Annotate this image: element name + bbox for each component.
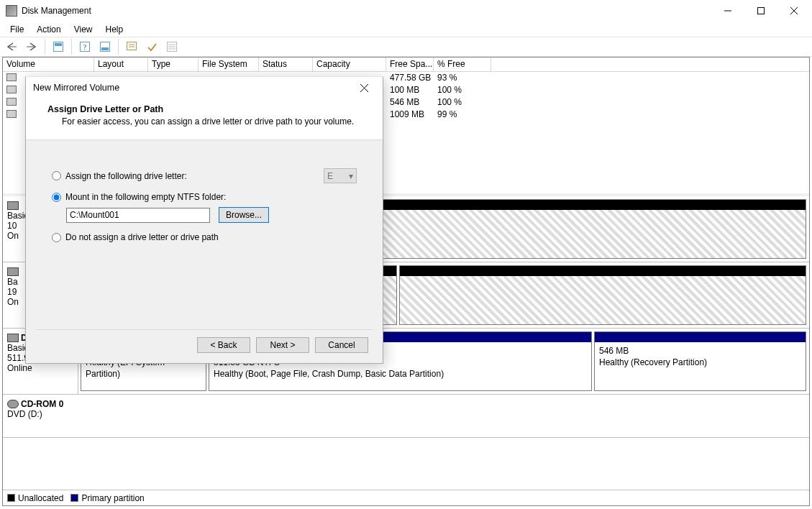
col-freespace[interactable]: Free Spa...: [386, 58, 434, 71]
cell-pctfree: 100 %: [434, 96, 491, 109]
option-assign-letter[interactable]: Assign the following drive letter: E▾: [52, 165, 357, 186]
partition-body: [400, 276, 806, 324]
disk-icon: [7, 201, 19, 210]
col-status[interactable]: Status: [259, 58, 313, 71]
cell-freespace: 100 MB: [386, 84, 434, 96]
partition-status: Healthy (Recovery Partition): [599, 357, 801, 368]
svg-rect-1: [758, 7, 765, 14]
toolbar: ?: [0, 37, 812, 57]
menu-view[interactable]: View: [68, 23, 99, 36]
forward-icon[interactable]: [23, 39, 40, 55]
menu-help[interactable]: Help: [100, 23, 129, 36]
option-mount-folder[interactable]: Mount in the following empty NTFS folder…: [52, 186, 357, 205]
legend: Unallocated Primary partition: [3, 490, 809, 505]
list-icon[interactable]: [163, 39, 181, 55]
partition-header: [400, 266, 806, 276]
volume-icon: [6, 86, 17, 93]
partition-header: [595, 332, 806, 342]
apply-icon[interactable]: [143, 39, 160, 55]
cell-pctfree: 100 %: [434, 84, 491, 96]
dialog-header: Assign Drive Letter or Path For easier a…: [26, 98, 383, 140]
maximize-button[interactable]: [744, 0, 777, 22]
partition-status: Healthy (Boot, Page File, Crash Dump, Ba…: [214, 368, 587, 380]
back-button[interactable]: < Back: [197, 337, 250, 353]
cancel-button[interactable]: Cancel: [315, 337, 368, 353]
disk-icon: [7, 334, 19, 342]
view-bottom-icon[interactable]: [96, 39, 114, 55]
column-headers: Volume Layout Type File System Status Ca…: [3, 58, 809, 72]
disk-icon: [7, 267, 19, 276]
dialog-body: Assign the following drive letter: E▾ Mo…: [26, 140, 383, 270]
svg-text:?: ?: [83, 42, 87, 51]
partition-size: 546 MB: [599, 345, 801, 357]
mount-path-input[interactable]: [66, 208, 210, 223]
option-no-assign[interactable]: Do not assign a drive letter or drive pa…: [52, 225, 357, 245]
label-mount-folder: Mount in the following empty NTFS folder…: [65, 192, 226, 202]
cell-freespace: 1009 MB: [386, 109, 434, 121]
menu-file[interactable]: File: [4, 23, 29, 36]
dialog-buttons: < Back Next > Cancel: [197, 337, 368, 353]
menubar: File Action View Help: [0, 22, 812, 37]
label-no-assign: Do not assign a drive letter or drive pa…: [65, 232, 219, 242]
menu-action[interactable]: Action: [31, 23, 66, 36]
app-icon: [6, 5, 17, 17]
col-pctfree[interactable]: % Free: [434, 58, 491, 71]
svg-rect-5: [55, 43, 62, 46]
cdrom-icon: [7, 400, 19, 408]
drive-letter-select[interactable]: E▾: [324, 168, 357, 183]
partition-body: 546 MB Healthy (Recovery Partition): [595, 342, 806, 390]
dialog-subtitle: For easier access, you can assign a driv…: [47, 116, 361, 127]
label-assign-letter: Assign the following drive letter:: [65, 171, 187, 181]
window-title: Disk Management: [22, 6, 711, 16]
disk-info[interactable]: CD-ROM 0 DVD (D:): [3, 395, 809, 437]
help-icon[interactable]: ?: [76, 39, 93, 55]
legend-unallocated: Unallocated: [7, 493, 63, 503]
new-mirrored-volume-dialog: New Mirrored Volume Assign Drive Letter …: [25, 76, 383, 364]
cell-pctfree: 99 %: [434, 109, 491, 121]
radio-no-assign[interactable]: [52, 233, 61, 242]
dialog-close-button[interactable]: [352, 77, 375, 98]
volume-icon: [6, 73, 17, 81]
mount-path-row: Browse...: [52, 205, 357, 225]
cell-freespace: 546 MB: [386, 96, 434, 109]
cell-freespace: 477.58 GB: [386, 72, 434, 84]
volume-icon: [6, 98, 17, 106]
view-top-icon[interactable]: [50, 39, 67, 55]
dialog-separator: [36, 329, 373, 330]
browse-button[interactable]: Browse...: [219, 207, 269, 223]
col-volume[interactable]: Volume: [3, 58, 94, 71]
cell-pctfree: 93 %: [434, 72, 491, 84]
col-capacity[interactable]: Capacity: [313, 58, 386, 71]
disk-row: CD-ROM 0 DVD (D:): [3, 395, 809, 438]
dialog-title: New Mirrored Volume: [33, 83, 352, 93]
close-button[interactable]: [777, 0, 811, 22]
volume-icon: [6, 110, 17, 118]
svg-rect-9: [101, 47, 109, 50]
col-layout[interactable]: Layout: [94, 58, 148, 71]
disk-status: Online: [7, 363, 73, 373]
col-spacer: [491, 58, 809, 71]
titlebar: Disk Management: [0, 0, 812, 22]
partition-primary[interactable]: 546 MB Healthy (Recovery Partition): [594, 331, 806, 391]
legend-primary: Primary partition: [70, 493, 144, 503]
svg-rect-10: [127, 42, 137, 50]
col-type[interactable]: Type: [148, 58, 199, 71]
next-button[interactable]: Next >: [256, 337, 309, 353]
back-icon[interactable]: [3, 39, 20, 55]
partition-unallocated[interactable]: [399, 265, 806, 325]
disk-type: DVD (D:): [7, 409, 805, 419]
dialog-heading: Assign Drive Letter or Path: [47, 104, 361, 114]
minimize-button[interactable]: [711, 0, 744, 22]
window-controls: [711, 0, 811, 22]
settings-icon[interactable]: [123, 39, 140, 55]
dialog-titlebar: New Mirrored Volume: [26, 77, 383, 98]
radio-mount-folder[interactable]: [52, 193, 61, 202]
col-filesystem[interactable]: File System: [199, 58, 259, 71]
radio-assign-letter[interactable]: [52, 171, 61, 180]
